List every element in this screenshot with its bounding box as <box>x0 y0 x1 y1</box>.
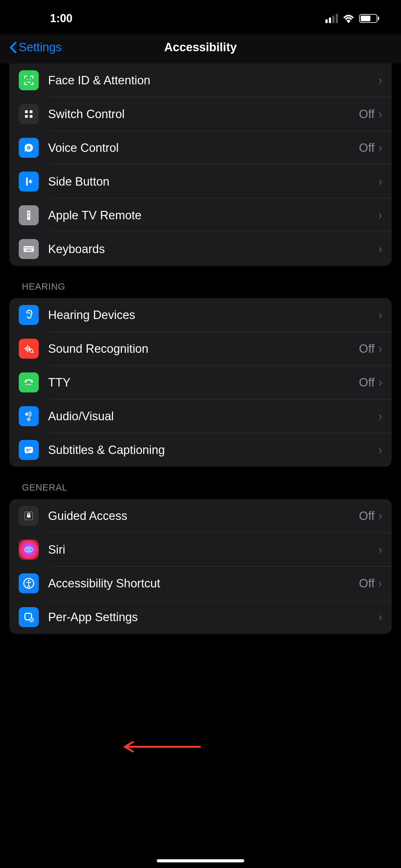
sound-recognition-icon <box>19 339 39 359</box>
svg-rect-15 <box>27 247 28 249</box>
row-label: Switch Control <box>48 107 125 121</box>
svg-point-1 <box>30 79 31 80</box>
row-sound-recognition[interactable]: Sound Recognition Off› <box>9 332 392 366</box>
row-face-id-attention[interactable]: Face ID & Attention › <box>9 63 392 97</box>
row-hearing-devices[interactable]: Hearing Devices › <box>9 298 392 332</box>
face-id-icon <box>19 70 39 90</box>
chevron-right-icon: › <box>378 509 382 523</box>
row-keyboards[interactable]: Keyboards › <box>9 232 392 266</box>
home-indicator[interactable] <box>157 859 244 862</box>
svg-rect-13 <box>24 246 34 252</box>
row-label: Subtitles & Captioning <box>48 443 165 457</box>
row-switch-control[interactable]: Switch Control Off› <box>9 97 392 131</box>
svg-rect-16 <box>28 247 29 249</box>
svg-rect-23 <box>29 384 30 385</box>
chevron-right-icon: › <box>378 107 382 121</box>
svg-point-34 <box>28 580 29 582</box>
svg-rect-4 <box>25 115 28 118</box>
chevron-right-icon: › <box>378 74 382 87</box>
subtitles-icon <box>19 440 39 460</box>
svg-rect-29 <box>26 451 29 452</box>
battery-icon <box>359 14 379 23</box>
section-general: Guided Access Off› Siri › Accessibility … <box>9 499 392 634</box>
row-per-app-settings[interactable]: Per-App Settings › <box>9 600 392 634</box>
row-value: Off <box>359 141 374 155</box>
back-button[interactable]: Settings <box>9 41 62 54</box>
chevron-right-icon: › <box>378 543 382 556</box>
section-hearing: Hearing Devices › Sound Recognition Off›… <box>9 298 392 467</box>
wifi-icon <box>342 14 355 23</box>
chevron-right-icon: › <box>378 141 382 155</box>
section-header-hearing: HEARING <box>9 266 392 298</box>
row-label: Face ID & Attention <box>48 74 150 87</box>
svg-rect-3 <box>30 110 32 113</box>
svg-rect-12 <box>28 216 30 217</box>
back-label: Settings <box>19 41 62 54</box>
row-label: Siri <box>48 543 65 556</box>
row-tty[interactable]: TTY Off› <box>9 366 392 399</box>
chevron-right-icon: › <box>378 611 382 624</box>
row-siri[interactable]: Siri › <box>9 533 392 566</box>
svg-rect-21 <box>26 384 27 385</box>
row-audio-visual[interactable]: Audio/Visual › <box>9 399 392 433</box>
side-button-icon <box>19 172 39 191</box>
svg-rect-17 <box>30 247 31 249</box>
row-label: Per-App Settings <box>48 611 138 624</box>
row-voice-control[interactable]: Voice Control Off› <box>9 131 392 165</box>
row-subtitles-captioning[interactable]: Subtitles & Captioning › <box>9 433 392 467</box>
siri-icon <box>19 539 39 560</box>
svg-rect-18 <box>32 247 33 249</box>
tv-remote-icon <box>19 205 39 225</box>
status-time: 1:00 <box>50 12 72 25</box>
row-guided-access[interactable]: Guided Access Off› <box>9 499 392 533</box>
row-value: Off <box>359 509 374 523</box>
row-label: Accessibility Shortcut <box>48 577 160 590</box>
svg-rect-8 <box>26 178 28 186</box>
accessibility-shortcut-icon <box>19 574 39 593</box>
svg-point-0 <box>27 79 28 80</box>
cellular-signal-icon <box>326 14 338 23</box>
svg-rect-19 <box>26 250 32 251</box>
navigation-bar: Settings Accessibility <box>0 34 401 63</box>
chevron-right-icon: › <box>378 443 382 457</box>
row-accessibility-shortcut[interactable]: Accessibility Shortcut Off› <box>9 566 392 600</box>
per-app-icon <box>19 607 39 627</box>
chevron-right-icon: › <box>378 577 382 590</box>
keyboard-icon <box>19 239 39 259</box>
row-apple-tv-remote[interactable]: Apple TV Remote › <box>9 198 392 232</box>
svg-rect-11 <box>28 215 30 216</box>
svg-rect-28 <box>26 449 32 450</box>
tty-icon <box>19 372 39 393</box>
annotation-arrow <box>115 737 203 756</box>
svg-rect-5 <box>30 115 32 118</box>
switch-control-icon <box>19 104 39 124</box>
chevron-right-icon: › <box>378 410 382 423</box>
status-indicators <box>326 14 379 23</box>
svg-rect-24 <box>30 384 31 385</box>
chevron-right-icon: › <box>378 308 382 322</box>
row-label: Side Button <box>48 175 109 188</box>
svg-rect-27 <box>25 447 33 453</box>
row-value: Off <box>359 577 374 590</box>
row-label: Audio/Visual <box>48 410 114 423</box>
row-side-button[interactable]: Side Button › <box>9 165 392 198</box>
audio-visual-icon <box>19 406 39 426</box>
chevron-left-icon <box>9 41 17 54</box>
svg-point-26 <box>28 419 29 420</box>
status-bar: 1:00 <box>0 0 401 34</box>
section-header-general: GENERAL <box>9 467 392 499</box>
content: Face ID & Attention › Switch Control Off… <box>0 63 401 634</box>
page-title: Accessibility <box>164 41 237 54</box>
row-label: Apple TV Remote <box>48 209 141 222</box>
voice-control-icon <box>19 138 39 158</box>
row-label: Sound Recognition <box>48 342 148 355</box>
chevron-right-icon: › <box>378 209 382 222</box>
row-label: Hearing Devices <box>48 308 135 322</box>
row-value: Off <box>359 376 374 389</box>
row-label: TTY <box>48 376 71 389</box>
svg-rect-22 <box>27 384 28 385</box>
chevron-right-icon: › <box>378 243 382 256</box>
row-label: Voice Control <box>48 141 119 155</box>
row-label: Guided Access <box>48 509 127 523</box>
row-value: Off <box>359 342 374 355</box>
